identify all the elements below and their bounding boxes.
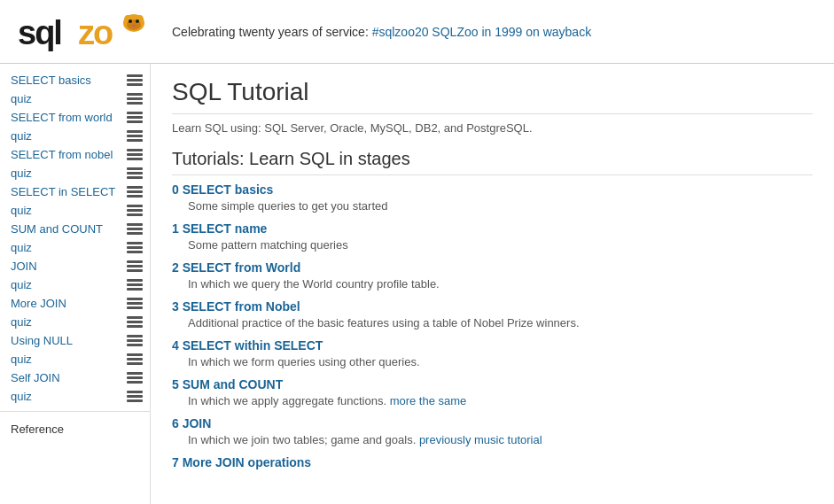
sidebar-icon-select-nobel	[127, 149, 143, 160]
sidebar-item-quiz-6: quiz	[0, 275, 150, 294]
celebration-text: Celebrating twenty years of service:	[172, 25, 372, 39]
sidebar-reference: Reference	[0, 417, 150, 441]
svg-point-7	[136, 19, 139, 23]
sidebar-icon-quiz-8	[127, 353, 143, 365]
tutorials-heading: Tutorials: Learn SQL in stages	[172, 149, 813, 175]
sidebar-icon-quiz-9	[127, 391, 143, 402]
tutorial-desc-2: In which we query the World country prof…	[172, 277, 813, 291]
tutorial-link-1[interactable]: 1 SELECT name	[172, 221, 267, 236]
tutorial-item-6: 6 JOIN In which we join two tables; game…	[172, 416, 813, 446]
sidebar-icon-more-join	[127, 298, 143, 309]
sidebar-link-select-basics[interactable]: SELECT basics	[11, 74, 91, 87]
tutorial-item-4: 4 SELECT within SELECT In which we form …	[172, 338, 813, 368]
sidebar-link-select-world[interactable]: SELECT from world	[11, 111, 113, 124]
sidebar-icon-quiz-4	[127, 205, 143, 216]
sidebar-item-quiz-7: quiz	[0, 313, 150, 331]
tutorial-link-6[interactable]: 6 JOIN	[172, 416, 211, 430]
tutorial-link-2[interactable]: 2 SELECT from World	[172, 260, 300, 275]
sidebar-link-quiz-9[interactable]: quiz	[11, 390, 32, 403]
page-subtitle: Learn SQL using: SQL Server, Oracle, MyS…	[172, 121, 813, 135]
svg-text:zo: zo	[78, 14, 113, 51]
header: sql zo Celebrating twenty years of servi…	[0, 0, 834, 64]
tutorial-item-3: 3 SELECT from Nobel Additional practice …	[172, 299, 813, 330]
sidebar-link-quiz-4[interactable]: quiz	[11, 204, 32, 217]
sidebar-icon-quiz-1	[127, 93, 143, 105]
sidebar-link-using-null[interactable]: Using NULL	[11, 334, 73, 347]
sidebar-item-join: JOIN	[0, 257, 150, 275]
sidebar-icon-select-basics	[127, 74, 143, 86]
sidebar-item-select-basics: SELECT basics	[0, 71, 150, 89]
sidebar-item-using-null: Using NULL	[0, 331, 150, 350]
tutorial-item-5: 5 SUM and COUNT In which we apply aggreg…	[172, 377, 813, 407]
sidebar-item-self-join: Self JOIN	[0, 368, 150, 387]
tutorial-desc-0: Some simple queries to get you started	[172, 199, 813, 213]
sidebar-link-self-join[interactable]: Self JOIN	[11, 371, 60, 384]
sidebar-item-quiz-9: quiz	[0, 387, 150, 406]
sidebar-link-more-join[interactable]: More JOIN	[11, 297, 66, 310]
sidebar-link-select-nobel[interactable]: SELECT from nobel	[11, 148, 113, 161]
sidebar-item-select-nobel: SELECT from nobel	[0, 145, 150, 164]
tutorial-inline-link-6[interactable]: previously music tutorial	[419, 433, 542, 446]
page-title: SQL Tutorial	[172, 78, 813, 114]
sidebar-link-quiz-7[interactable]: quiz	[11, 315, 32, 329]
sidebar-icon-quiz-7	[127, 316, 143, 328]
tutorial-link-5[interactable]: 5 SUM and COUNT	[172, 377, 283, 392]
sidebar-link-select-in-select[interactable]: SELECT in SELECT	[11, 185, 115, 198]
sidebar: SELECT basics quiz SELECT from world qui…	[0, 64, 151, 504]
sidebar-item-sum-count: SUM and COUNT	[0, 220, 150, 238]
tutorial-desc-4: In which we form queries using other que…	[172, 355, 813, 368]
sidebar-icon-quiz-6	[127, 279, 143, 291]
sidebar-divider	[0, 411, 150, 412]
sidebar-icon-using-null	[127, 335, 143, 346]
logo-area: sql zo	[14, 7, 165, 56]
sidebar-link-quiz-1[interactable]: quiz	[11, 92, 32, 105]
sidebar-link-quiz-5[interactable]: quiz	[11, 241, 32, 254]
sidebar-item-quiz-3: quiz	[0, 164, 150, 182]
tutorial-link-3[interactable]: 3 SELECT from Nobel	[172, 299, 300, 314]
tutorial-item-1: 1 SELECT name Some pattern matching quer…	[172, 221, 813, 252]
tutorial-link-4[interactable]: 4 SELECT within SELECT	[172, 338, 323, 353]
sidebar-icon-join	[127, 260, 143, 272]
tutorial-item-0: 0 SELECT basics Some simple queries to g…	[172, 182, 813, 213]
tutorial-inline-link-5[interactable]: more the same	[390, 394, 467, 407]
sidebar-link-quiz-6[interactable]: quiz	[11, 278, 32, 291]
sidebar-link-quiz-8[interactable]: quiz	[11, 353, 32, 366]
sidebar-item-quiz-4: quiz	[0, 201, 150, 220]
celebration-link[interactable]: #sqlzoo20 SQLZoo in 1999 on wayback	[372, 25, 592, 39]
svg-text:sql: sql	[18, 14, 61, 51]
tutorial-link-0[interactable]: 0 SELECT basics	[172, 182, 273, 197]
sidebar-link-quiz-3[interactable]: quiz	[11, 167, 32, 180]
svg-point-8	[132, 25, 136, 27]
sidebar-icon-select-world	[127, 112, 143, 123]
sidebar-link-quiz-2[interactable]: quiz	[11, 129, 32, 143]
tutorial-desc-5: In which we apply aggregate functions. m…	[172, 394, 813, 407]
sidebar-link-sum-count[interactable]: SUM and COUNT	[11, 222, 103, 236]
tutorial-item-7: 7 More JOIN operations	[172, 455, 813, 469]
sidebar-item-select-in-select: SELECT in SELECT	[0, 182, 150, 201]
main-content: SQL Tutorial Learn SQL using: SQL Server…	[151, 64, 834, 504]
sidebar-icon-select-in-select	[127, 186, 143, 198]
tutorial-item-2: 2 SELECT from World In which we query th…	[172, 260, 813, 291]
sidebar-link-join[interactable]: JOIN	[11, 260, 37, 273]
sidebar-item-quiz-5: quiz	[0, 238, 150, 257]
sidebar-icon-quiz-5	[127, 242, 143, 253]
sidebar-item-quiz-8: quiz	[0, 350, 150, 368]
tutorial-desc-1: Some pattern matching queries	[172, 238, 813, 252]
tutorial-link-7[interactable]: 7 More JOIN operations	[172, 455, 311, 469]
layout: SELECT basics quiz SELECT from world qui…	[0, 64, 834, 504]
sidebar-icon-quiz-3	[127, 167, 143, 179]
sqlzoo-logo: sql zo	[14, 7, 152, 56]
tutorial-desc-3: Additional practice of the basic feature…	[172, 316, 813, 330]
sidebar-item-quiz-1: quiz	[0, 89, 150, 108]
sidebar-icon-quiz-2	[127, 130, 143, 142]
sidebar-item-quiz-2: quiz	[0, 127, 150, 145]
sidebar-icon-self-join	[127, 372, 143, 384]
sidebar-icon-sum-count	[127, 223, 143, 235]
svg-point-6	[129, 19, 132, 23]
header-celebration: Celebrating twenty years of service: #sq…	[165, 25, 591, 39]
tutorial-desc-6: In which we join two tables; game and go…	[172, 433, 813, 446]
sidebar-item-select-world: SELECT from world	[0, 108, 150, 127]
sidebar-item-more-join: More JOIN	[0, 294, 150, 313]
